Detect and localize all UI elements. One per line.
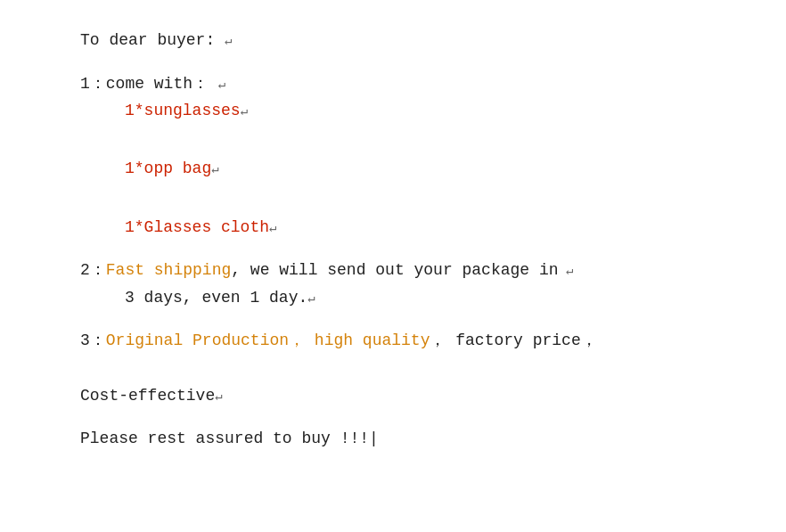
section1-label: 1：come with：: [80, 75, 209, 93]
section2-text2: 3 days, even 1 day.: [125, 289, 307, 307]
greeting-paragraph: To dear buyer: ↵: [80, 27, 706, 54]
return-symbol-4: ↵: [211, 162, 218, 176]
section2-continuation: 3 days, even 1 day.↵: [80, 284, 706, 312]
closing-paragraph: Please rest assured to buy !!!|: [80, 425, 706, 453]
section2-label: 2：: [80, 261, 106, 279]
closing-text: Please rest assured to buy !!!: [80, 430, 369, 447]
section3-label: 3：: [80, 331, 106, 349]
section1-paragraph: 1：come with： ↵ 1*sunglasses↵ 1*opp bag↵ …: [80, 70, 706, 241]
greeting-text: To dear buyer:: [80, 31, 215, 49]
return-symbol-6: ↵: [559, 264, 574, 278]
return-symbol-8: ↵: [215, 389, 222, 404]
section2-highlight: Fast shipping: [106, 261, 231, 279]
item1-text: 1*sunglasses: [125, 102, 241, 119]
return-symbol-7: ↵: [307, 291, 315, 306]
section3-paragraph: 3：Original Production， high quality， fac…: [80, 327, 706, 409]
item2-line: 1*opp bag↵: [125, 155, 706, 183]
item1-line: 1*sunglasses↵: [125, 97, 706, 125]
main-content: To dear buyer: ↵ 1：come with： ↵ 1*sungla…: [0, 18, 786, 487]
return-symbol-1: ↵: [225, 34, 232, 48]
section3-text1: ， factory price，: [430, 331, 596, 349]
section2-text1: , we will send out your package in: [231, 261, 558, 279]
return-symbol-2: ↵: [218, 78, 225, 92]
section1-items: 1*sunglasses↵ 1*opp bag↵ 1*Glasses cloth…: [80, 97, 706, 241]
section3-text2: Cost-effective: [80, 387, 215, 405]
item3-text: 1*Glasses cloth: [125, 218, 269, 236]
return-symbol-5: ↵: [269, 221, 276, 235]
item3-line: 1*Glasses cloth↵: [125, 214, 706, 241]
section3-highlight: Original Production， high quality: [106, 331, 430, 349]
return-symbol-3: ↵: [241, 104, 248, 119]
cursor: |: [369, 430, 379, 447]
item2-text: 1*opp bag: [125, 160, 211, 177]
section2-paragraph: 2：Fast shipping, we will send out your p…: [80, 257, 706, 311]
